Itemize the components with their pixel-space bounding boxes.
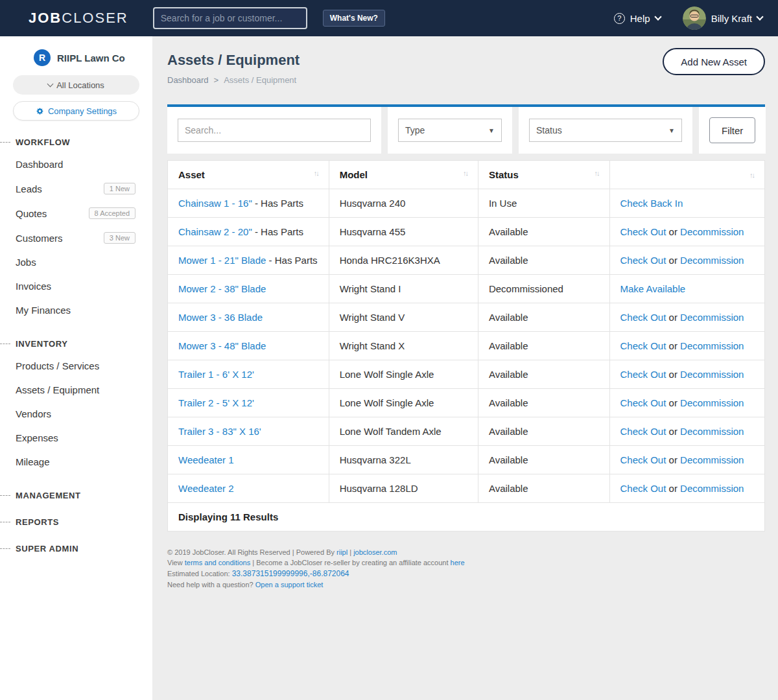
asset-link[interactable]: Mower 1 - 21" Blade — [178, 255, 266, 266]
sidebar: R RIIPL Lawn Co All Locations Company Se… — [0, 36, 152, 700]
asset-link[interactable]: Mower 3 - 48" Blade — [178, 340, 266, 351]
user-menu[interactable]: Billy Kraft — [683, 6, 762, 30]
footer-link-here[interactable]: here — [451, 559, 465, 566]
table-row: Mower 3 - 48" BladeWright Stand XAvailab… — [168, 332, 765, 360]
sort-icon[interactable]: ↑↓ — [314, 169, 318, 177]
breadcrumb-dashboard[interactable]: Dashboard — [167, 75, 209, 85]
asset-link[interactable]: Weedeater 1 — [178, 454, 234, 465]
footer-line: View terms and conditions | Become a Job… — [167, 559, 765, 566]
sidebar-item-leads[interactable]: Leads1 New — [0, 176, 152, 201]
action-link-check-out[interactable]: Check Out — [620, 483, 666, 494]
asset-link[interactable]: Trailer 2 - 5' X 12' — [178, 397, 254, 408]
sidebar-item-my-finances[interactable]: My Finances — [0, 298, 152, 322]
sidebar-item-jobs[interactable]: Jobs — [0, 250, 152, 274]
whats-new-button[interactable]: What's New? — [323, 10, 385, 27]
action-link-decommission[interactable]: Decommission — [680, 426, 744, 437]
action-link-check-out[interactable]: Check Out — [620, 340, 666, 351]
sidebar-item-vendors[interactable]: Vendors — [0, 402, 152, 426]
action-link-check-out[interactable]: Check Out — [620, 426, 666, 437]
locations-dropdown[interactable]: All Locations — [13, 75, 139, 95]
action-link-decommission[interactable]: Decommission — [680, 312, 744, 323]
action-link-decommission[interactable]: Decommission — [680, 454, 744, 465]
model-cell: Lone Wolf Single Axle — [329, 389, 478, 417]
sidebar-item-expenses[interactable]: Expenses — [0, 426, 152, 450]
action-link-check-out[interactable]: Check Out — [620, 312, 666, 323]
filter-button[interactable]: Filter — [709, 117, 755, 143]
type-select-value: Type — [405, 125, 425, 135]
sidebar-item-label: Leads — [16, 183, 42, 194]
sidebar-item-assets-equipment[interactable]: Assets / Equipment — [0, 378, 152, 402]
asset-link[interactable]: Chainsaw 1 - 16" — [178, 198, 252, 209]
asset-link[interactable]: Trailer 1 - 6' X 12' — [178, 369, 254, 380]
sidebar-item-customers[interactable]: Customers3 New — [0, 226, 152, 250]
section-dash — [0, 344, 10, 344]
action-link-check-out[interactable]: Check Out — [620, 255, 666, 266]
asset-link[interactable]: Trailer 3 - 83" X 16' — [178, 426, 261, 437]
footer-link-riipl[interactable]: riipl — [336, 548, 348, 556]
action-link-check-out[interactable]: Check Out — [620, 226, 666, 237]
table-row: Mower 1 - 21" Blade - Has PartsHonda HRC… — [168, 246, 765, 275]
asset-link[interactable]: Mower 2 - 38" Blade — [178, 283, 266, 294]
global-search-input[interactable] — [153, 7, 307, 29]
footer-link-jobcloser-com[interactable]: jobcloser.com — [353, 548, 397, 556]
sidebar-item-dashboard[interactable]: Dashboard — [0, 152, 152, 176]
action-link-decommission[interactable]: Decommission — [680, 226, 744, 237]
footer-link-open-a-support-ticket[interactable]: Open a support ticket — [255, 581, 324, 589]
status-cell: Available — [478, 474, 609, 503]
sidebar-item-invoices[interactable]: Invoices — [0, 274, 152, 298]
gear-icon — [36, 107, 44, 115]
table-search-input[interactable] — [178, 119, 371, 142]
sidebar-item-mileage[interactable]: Mileage — [0, 450, 152, 474]
action-link-decommission[interactable]: Decommission — [680, 369, 744, 380]
column-header-asset: ↑↓Asset — [168, 161, 329, 189]
add-new-asset-button[interactable]: Add New Asset — [663, 48, 765, 75]
footer-line: © 2019 JobCloser. All Rights Reserved | … — [167, 548, 765, 556]
table-row: Weedeater 1Husqvarna 322LAvailableCheck … — [168, 446, 765, 474]
table-row: Trailer 1 - 6' X 12'Lone Wolf Single Axl… — [168, 360, 765, 389]
action-link-check-out[interactable]: Check Out — [620, 454, 666, 465]
sidebar-item-label: Mileage — [16, 456, 50, 467]
footer-link-terms-and-conditions[interactable]: terms and conditions — [185, 559, 251, 566]
asset-suffix: - Has Parts — [252, 198, 303, 209]
action-link-decommission[interactable]: Decommission — [680, 483, 744, 494]
model-cell: Wright Stand I — [329, 275, 478, 303]
footer-link-33-387315199999996-86-872064[interactable]: 33.387315199999996,-86.872064 — [232, 569, 349, 578]
action-separator: or — [666, 483, 680, 494]
actions-cell: Check Out or Decommission — [609, 417, 764, 446]
section-label: Management — [16, 491, 81, 500]
nav-section-workflow: Workflow — [0, 137, 152, 147]
breadcrumb-current: Assets / Equipment — [224, 75, 296, 85]
sidebar-item-label: Assets / Equipment — [16, 384, 99, 395]
sort-icon[interactable]: ↑↓ — [749, 171, 754, 179]
sort-icon[interactable]: ↑↓ — [595, 169, 599, 177]
actions-cell: Check Out or Decommission — [609, 446, 764, 474]
action-link-decommission[interactable]: Decommission — [680, 340, 744, 351]
action-link-check-out[interactable]: Check Out — [620, 369, 666, 380]
sidebar-item-products-services[interactable]: Products / Services — [0, 354, 152, 378]
actions-cell: Make Available — [609, 275, 764, 303]
sidebar-item-quotes[interactable]: Quotes8 Accepted — [0, 201, 152, 226]
sort-icon[interactable]: ↑↓ — [463, 169, 467, 177]
help-menu[interactable]: ? Help — [614, 13, 661, 24]
action-link-make-available[interactable]: Make Available — [620, 283, 686, 294]
asset-cell: Trailer 2 - 5' X 12' — [168, 389, 329, 417]
filter-status-cell: Status ▼ — [519, 107, 692, 154]
sidebar-item-label: Vendors — [16, 408, 51, 419]
action-link-check-back-in[interactable]: Check Back In — [620, 198, 683, 209]
action-separator: or — [666, 340, 680, 351]
status-select[interactable]: Status ▼ — [529, 119, 682, 142]
asset-link[interactable]: Mower 3 - 36 Blade — [178, 312, 263, 323]
section-label: Super Admin — [16, 544, 78, 554]
actions-cell: Check Out or Decommission — [609, 360, 764, 389]
type-select[interactable]: Type ▼ — [398, 119, 502, 142]
asset-cell: Weedeater 1 — [168, 446, 329, 474]
action-link-check-out[interactable]: Check Out — [620, 397, 666, 408]
company-settings-button[interactable]: Company Settings — [13, 101, 139, 121]
footer-text: © 2019 JobCloser. All Rights Reserved | … — [167, 548, 336, 556]
action-link-decommission[interactable]: Decommission — [680, 255, 744, 266]
asset-cell: Mower 3 - 48" Blade — [168, 332, 329, 360]
asset-link[interactable]: Weedeater 2 — [178, 483, 234, 494]
asset-link[interactable]: Chainsaw 2 - 20" — [178, 226, 252, 237]
action-link-decommission[interactable]: Decommission — [680, 397, 744, 408]
footer-line: Estimated Location: 33.387315199999996,-… — [167, 569, 765, 578]
